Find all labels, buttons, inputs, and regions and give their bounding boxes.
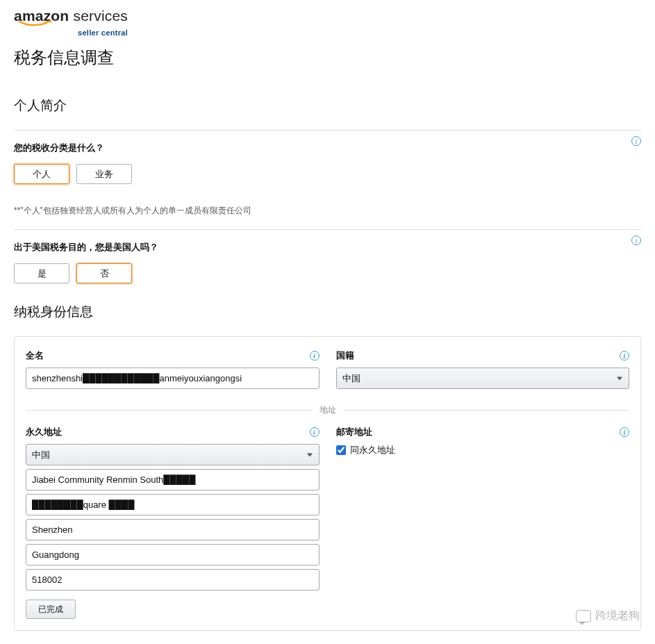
identity-heading: 纳税身份信息: [14, 303, 641, 321]
perm-address-label: 永久地址: [26, 426, 306, 438]
classification-note: **"个人"包括独资经营人或所有人为个人的单一成员有限责任公司: [14, 205, 641, 217]
address-divider: 地址: [26, 404, 629, 416]
usperson-label: 出于美国税务目的，您是美国人吗？: [14, 241, 641, 254]
info-icon[interactable]: i: [310, 351, 320, 361]
done-button[interactable]: 已完成: [26, 600, 76, 619]
perm-country-select[interactable]: 中国: [26, 444, 320, 465]
fullname-label: 全名: [26, 349, 306, 362]
classification-individual-button[interactable]: 个人: [14, 164, 69, 184]
perm-city-input[interactable]: [26, 519, 320, 540]
logo-sub: seller central: [78, 29, 128, 37]
perm-line2-input[interactable]: [26, 494, 320, 515]
same-as-perm-label[interactable]: 同永久地址: [350, 444, 395, 456]
page-title: 税务信息调查: [14, 47, 641, 69]
info-icon[interactable]: i: [631, 236, 641, 245]
info-icon[interactable]: i: [310, 427, 320, 437]
usperson-yes-button[interactable]: 是: [14, 263, 69, 283]
info-icon[interactable]: i: [620, 427, 629, 437]
fullname-input[interactable]: [26, 368, 320, 389]
perm-line1-input[interactable]: [26, 469, 320, 490]
perm-postal-input[interactable]: [26, 569, 320, 591]
same-as-perm-checkbox[interactable]: [336, 445, 346, 455]
info-icon[interactable]: i: [620, 351, 629, 361]
usperson-block: i 出于美国税务目的，您是美国人吗？ 是 否: [14, 230, 641, 296]
classification-block: i 您的税收分类是什么？ 个人 业务 **"个人"包括独资经营人或所有人为个人的…: [14, 131, 641, 229]
mailing-address-label: 邮寄地址: [336, 426, 616, 438]
amazon-swoosh-icon: [15, 20, 56, 28]
profile-heading: 个人简介: [14, 97, 641, 115]
classification-label: 您的税收分类是什么？: [14, 142, 641, 154]
usperson-no-button[interactable]: 否: [76, 263, 132, 283]
perm-state-input[interactable]: [26, 544, 320, 565]
identity-box: 全名 i 国籍 i 中国 地址 永久地: [14, 336, 641, 631]
classification-business-button[interactable]: 业务: [76, 164, 132, 184]
logo: amazon services seller central: [14, 8, 128, 37]
nationality-label: 国籍: [336, 349, 616, 362]
info-icon[interactable]: i: [631, 136, 641, 146]
nationality-select[interactable]: 中国: [336, 368, 630, 389]
